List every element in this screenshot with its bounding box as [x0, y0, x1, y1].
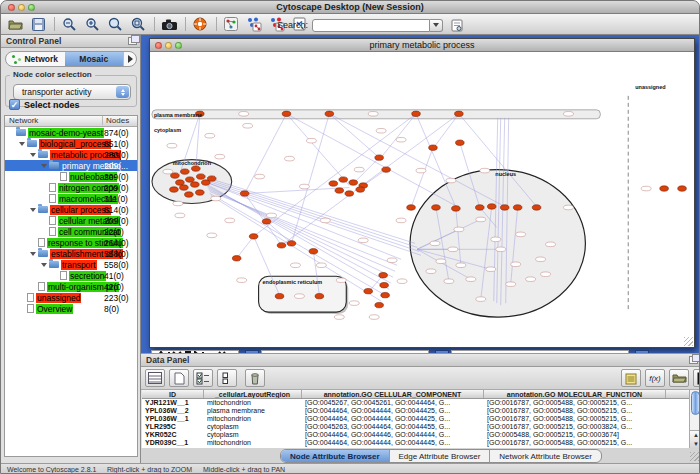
expander-icon[interactable] [41, 263, 47, 270]
network-node-highlighted[interactable] [275, 293, 284, 298]
network-node[interactable] [167, 143, 177, 148]
tree-item-multi-organism-pro[interactable]: multi-organism pro42(0) [5, 281, 137, 292]
network-node[interactable] [448, 247, 458, 252]
expander-icon[interactable] [41, 164, 47, 171]
network-node-highlighted[interactable] [171, 173, 180, 178]
network-overview-icon[interactable] [222, 16, 240, 32]
tree-item-unassigned[interactable]: unassigned223(0) [5, 292, 137, 303]
select-attributes-icon[interactable] [193, 369, 213, 387]
network-node[interactable] [416, 168, 426, 173]
table-cell[interactable]: cytoplasm [204, 423, 302, 431]
network-node[interactable] [358, 238, 368, 243]
network-node-highlighted[interactable] [176, 180, 185, 185]
import-attributes-folder-icon[interactable] [669, 369, 689, 387]
network-node-highlighted[interactable] [315, 293, 324, 298]
network-node[interactable] [496, 247, 506, 252]
network-node-highlighted[interactable] [192, 166, 201, 171]
network-node[interactable] [299, 184, 309, 189]
network-node[interactable] [225, 218, 235, 223]
network-node[interactable] [173, 201, 183, 206]
network-node[interactable] [430, 241, 440, 246]
column-header-annotation-go-cellular-component[interactable]: annotation.GO CELLULAR_COMPONENT [302, 390, 484, 398]
network-node-highlighted[interactable] [356, 187, 365, 192]
float-panel-icon[interactable] [689, 356, 698, 364]
table-cell[interactable]: [GO:0016787, GO:0005488, GO:0005215, G..… [484, 399, 666, 407]
network-node-highlighted[interactable] [364, 288, 373, 293]
heatmap-icon[interactable] [693, 369, 700, 387]
network-node-highlighted[interactable] [345, 191, 354, 196]
unselect-attributes-icon[interactable] [217, 369, 237, 387]
network-node[interactable] [456, 263, 466, 268]
float-panel-icon[interactable] [128, 37, 137, 45]
table-cell[interactable]: [GO:0045267, GO:0045261, GO:0044464, G..… [302, 399, 484, 407]
network-node[interactable] [511, 262, 521, 267]
tree-item-cell-communicat[interactable]: cell communicat22(0) [5, 226, 137, 237]
node-color-dropdown[interactable]: transporter activity [13, 84, 131, 100]
table-scrollbar[interactable]: ▲ ▼ [689, 390, 700, 448]
network-node[interactable] [563, 112, 573, 117]
network-node-highlighted[interactable] [181, 169, 190, 174]
tree-item-nucleobase[interactable]: nucleobase-209(0) [5, 171, 137, 182]
network-node-highlighted[interactable] [186, 177, 195, 182]
tree-item-transport[interactable]: transport558(0) [5, 259, 137, 270]
table-cell[interactable]: [GO:0016787, GO:0005488, GO:0005215, G..… [484, 439, 666, 447]
table-cell[interactable]: YPL036W__1 [142, 415, 204, 423]
tree-item-establishment-of-lo[interactable]: establishment of lo558(0) [5, 248, 137, 259]
network-node[interactable] [294, 294, 304, 299]
network-node-highlighted[interactable] [240, 191, 249, 196]
network-node[interactable] [546, 242, 556, 247]
tree-item-macromolecule[interactable]: macromolecule311(0) [5, 193, 137, 204]
network-node-highlighted[interactable] [513, 205, 522, 210]
new-network-from-selected-nodes-icon[interactable] [245, 16, 263, 32]
expander-icon[interactable] [30, 252, 36, 259]
open-file-icon[interactable] [6, 16, 24, 32]
save-icon[interactable] [29, 16, 47, 32]
network-node-highlighted[interactable] [452, 206, 461, 211]
table-cell[interactable]: [GO:0044464, GO:0044446, GO:0044444, G..… [302, 431, 484, 439]
tab-overflow-arrow[interactable] [123, 52, 136, 66]
tree-item-cellular-process[interactable]: cellular process614(0) [5, 204, 137, 215]
table-cell[interactable]: [GO:0044464, GO:0044444, GO:0044445, G..… [302, 439, 484, 447]
network-node-highlighted[interactable] [487, 204, 496, 209]
network-node-highlighted[interactable] [329, 181, 338, 186]
table-cell[interactable]: plasma membrane [204, 407, 302, 415]
network-node[interactable] [163, 169, 173, 174]
expander-icon[interactable] [30, 153, 36, 160]
network-node-highlighted[interactable] [196, 190, 205, 195]
network-node[interactable] [563, 205, 573, 210]
network-node-highlighted[interactable] [309, 249, 318, 254]
network-node-highlighted[interactable] [349, 180, 358, 185]
table-row[interactable]: YDR039C__1mitochondrion[GO:0044464, GO:0… [142, 439, 689, 447]
snapshot-camera-icon[interactable] [160, 16, 178, 32]
network-node[interactable] [290, 263, 300, 268]
tree-item-secretion[interactable]: secretion41(0) [5, 270, 137, 281]
network-node[interactable] [506, 282, 516, 287]
network-node[interactable] [446, 178, 456, 183]
network-node-highlighted[interactable] [382, 167, 391, 172]
network-node-highlighted[interactable] [277, 243, 286, 248]
network-node-highlighted[interactable] [339, 177, 348, 182]
network-node[interactable] [239, 112, 249, 117]
network-node-highlighted[interactable] [325, 111, 334, 116]
network-node-highlighted[interactable] [197, 174, 206, 179]
select-nodes-checkbox[interactable]: ✓ [9, 99, 20, 110]
network-node-highlighted[interactable] [375, 155, 384, 160]
column-header-cellularlayoutregion[interactable]: _cellularLayoutRegion [204, 390, 302, 398]
network-node[interactable] [387, 258, 397, 263]
table-cell[interactable]: [GO:0044464, GO:0044444, GO:0044425, G..… [302, 415, 484, 423]
network-node-highlighted[interactable] [180, 185, 189, 190]
network-node[interactable] [526, 277, 536, 282]
tree-item-biological-process[interactable]: biological_process651(0) [5, 138, 137, 149]
network-node[interactable] [444, 279, 454, 284]
tab-edge-attribute-browser[interactable]: Edge Attribute Browser [390, 450, 491, 462]
table-cell[interactable]: YLR295C [142, 423, 204, 431]
column-header-annotation-go-molecular-function[interactable]: annotation.GO MOLECULAR_FUNCTION [484, 390, 666, 398]
network-node[interactable] [541, 272, 551, 277]
network-node[interactable] [175, 213, 185, 218]
network-node[interactable] [368, 112, 378, 117]
table-cell[interactable]: [GO:0016787, GO:0005215, GO:0003824, G..… [484, 423, 666, 431]
table-cell[interactable]: [GO:0016787, GO:0005488, GO:0005215, G..… [484, 407, 666, 415]
network-node-highlighted[interactable] [335, 188, 344, 193]
network-node-highlighted[interactable] [232, 256, 241, 261]
network-node-highlighted[interactable] [407, 205, 416, 210]
